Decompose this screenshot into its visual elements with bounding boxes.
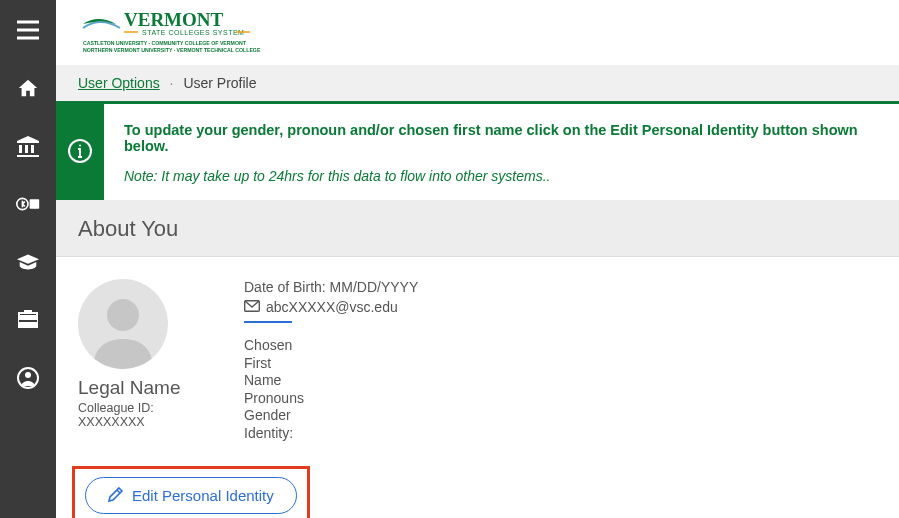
info-banner-note: Note: It may take up to 24hrs for this d…: [124, 168, 879, 184]
logo-area: VERMONT STATE COLLEGES SYSTEM CASTLETON …: [56, 0, 899, 65]
section-about-you: About You: [56, 200, 899, 257]
breadcrumb-separator: ·: [170, 75, 174, 91]
divider: [244, 321, 292, 323]
email-line: abcXXXXX@vsc.edu: [244, 299, 418, 315]
legal-name: Legal Name: [78, 377, 218, 399]
svg-text:VERMONT: VERMONT: [124, 9, 224, 30]
svg-point-6: [25, 372, 31, 378]
svg-text:CASTLETON UNIVERSITY · COMMUNI: CASTLETON UNIVERSITY · COMMUNITY COLLEGE…: [83, 40, 247, 46]
menu-icon[interactable]: [16, 18, 40, 42]
finance-icon[interactable]: $: [16, 192, 40, 216]
main-content: VERMONT STATE COLLEGES SYSTEM CASTLETON …: [56, 0, 899, 518]
profile-area: Legal Name Colleague ID: XXXXXXXX Date o…: [56, 257, 899, 452]
briefcase-icon[interactable]: [16, 308, 40, 332]
email-value: abcXXXXX@vsc.edu: [266, 299, 398, 315]
info-banner-accent: [56, 104, 104, 200]
info-banner: To update your gender, pronoun and/or ch…: [56, 104, 899, 200]
info-icon: [67, 138, 93, 167]
svg-point-14: [79, 144, 81, 146]
user-icon[interactable]: [16, 366, 40, 390]
svg-text:NORTHERN VERMONT UNIVERSITY · : NORTHERN VERMONT UNIVERSITY · VERMONT TE…: [83, 47, 261, 53]
breadcrumb-parent-link[interactable]: User Options: [78, 75, 160, 91]
edit-button-highlight: Edit Personal Identity: [72, 466, 310, 518]
svg-point-15: [107, 299, 139, 331]
academics-icon[interactable]: [16, 250, 40, 274]
identity-labels: Chosen First Name Pronouns Gender Identi…: [244, 337, 418, 442]
institution-icon[interactable]: [16, 134, 40, 158]
breadcrumb-current: User Profile: [183, 75, 256, 91]
breadcrumb: User Options · User Profile: [56, 65, 899, 104]
avatar: [78, 279, 168, 369]
svg-rect-4: [19, 320, 37, 322]
svg-text:$: $: [32, 200, 37, 209]
dob-line: Date of Birth: MM/DD/YYYY: [244, 279, 418, 295]
home-icon[interactable]: [16, 76, 40, 100]
edit-button-label: Edit Personal Identity: [132, 487, 274, 504]
brand-logo: VERMONT STATE COLLEGES SYSTEM CASTLETON …: [78, 6, 278, 59]
email-icon: [244, 299, 260, 315]
sidebar: $: [0, 0, 56, 518]
colleague-id: Colleague ID: XXXXXXXX: [78, 401, 218, 429]
pencil-icon: [108, 486, 124, 505]
info-banner-title: To update your gender, pronoun and/or ch…: [124, 122, 879, 154]
edit-personal-identity-button[interactable]: Edit Personal Identity: [85, 477, 297, 514]
svg-text:STATE COLLEGES SYSTEM: STATE COLLEGES SYSTEM: [142, 29, 244, 36]
